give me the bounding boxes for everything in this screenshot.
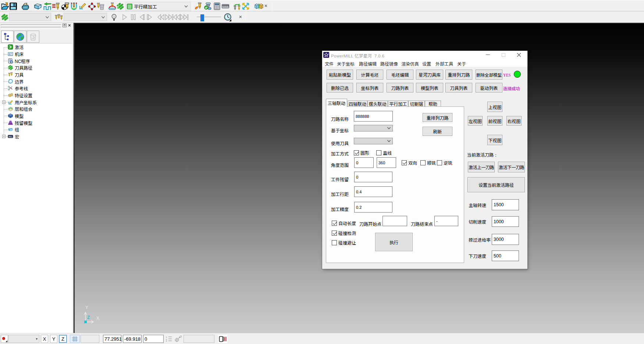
svg-text:MILL: MILL [8, 136, 13, 138]
svg-text:Z: Z [87, 315, 90, 320]
svg-text:X: X [96, 316, 99, 321]
svg-text:Y: Y [85, 305, 88, 310]
svg-text:z: z [166, 340, 167, 342]
